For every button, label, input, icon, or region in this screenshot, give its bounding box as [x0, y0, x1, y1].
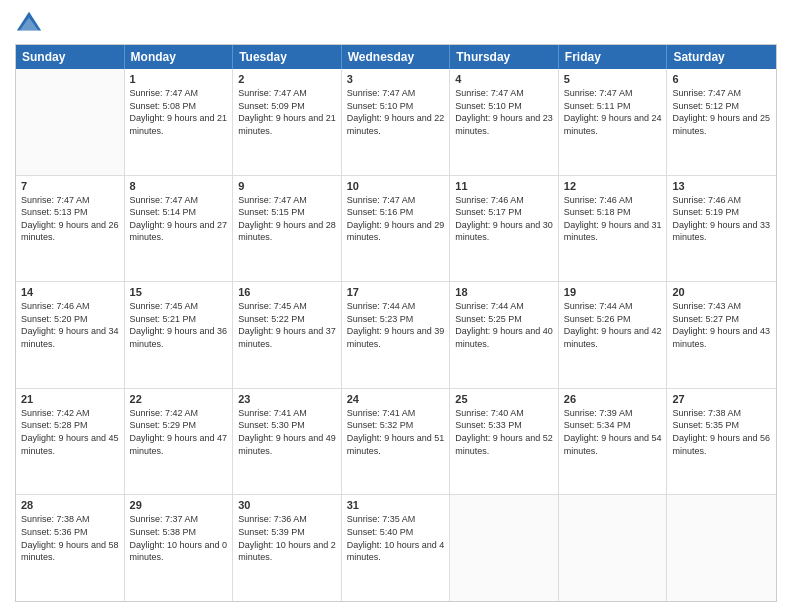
calendar-week: 1Sunrise: 7:47 AMSunset: 5:08 PMDaylight…: [16, 69, 776, 176]
calendar-week: 7Sunrise: 7:47 AMSunset: 5:13 PMDaylight…: [16, 176, 776, 283]
day-info: Sunrise: 7:47 AMSunset: 5:12 PMDaylight:…: [672, 87, 771, 137]
calendar-cell: 4Sunrise: 7:47 AMSunset: 5:10 PMDaylight…: [450, 69, 559, 175]
calendar-cell: 16Sunrise: 7:45 AMSunset: 5:22 PMDayligh…: [233, 282, 342, 388]
day-number: 7: [21, 180, 119, 192]
day-number: 20: [672, 286, 771, 298]
day-number: 29: [130, 499, 228, 511]
day-info: Sunrise: 7:47 AMSunset: 5:09 PMDaylight:…: [238, 87, 336, 137]
day-info: Sunrise: 7:36 AMSunset: 5:39 PMDaylight:…: [238, 513, 336, 563]
calendar-cell: 18Sunrise: 7:44 AMSunset: 5:25 PMDayligh…: [450, 282, 559, 388]
day-info: Sunrise: 7:47 AMSunset: 5:13 PMDaylight:…: [21, 194, 119, 244]
calendar-cell: 12Sunrise: 7:46 AMSunset: 5:18 PMDayligh…: [559, 176, 668, 282]
calendar-cell: 21Sunrise: 7:42 AMSunset: 5:28 PMDayligh…: [16, 389, 125, 495]
day-info: Sunrise: 7:44 AMSunset: 5:26 PMDaylight:…: [564, 300, 662, 350]
calendar-cell: 24Sunrise: 7:41 AMSunset: 5:32 PMDayligh…: [342, 389, 451, 495]
day-number: 31: [347, 499, 445, 511]
day-number: 2: [238, 73, 336, 85]
day-number: 15: [130, 286, 228, 298]
calendar-week: 21Sunrise: 7:42 AMSunset: 5:28 PMDayligh…: [16, 389, 776, 496]
calendar-header-cell: Saturday: [667, 45, 776, 69]
day-info: Sunrise: 7:45 AMSunset: 5:22 PMDaylight:…: [238, 300, 336, 350]
day-number: 21: [21, 393, 119, 405]
day-info: Sunrise: 7:42 AMSunset: 5:28 PMDaylight:…: [21, 407, 119, 457]
logo-icon: [15, 10, 43, 38]
calendar-cell: [450, 495, 559, 601]
day-info: Sunrise: 7:44 AMSunset: 5:25 PMDaylight:…: [455, 300, 553, 350]
calendar-header-row: SundayMondayTuesdayWednesdayThursdayFrid…: [16, 45, 776, 69]
day-info: Sunrise: 7:47 AMSunset: 5:16 PMDaylight:…: [347, 194, 445, 244]
day-number: 12: [564, 180, 662, 192]
day-info: Sunrise: 7:46 AMSunset: 5:17 PMDaylight:…: [455, 194, 553, 244]
day-info: Sunrise: 7:42 AMSunset: 5:29 PMDaylight:…: [130, 407, 228, 457]
day-info: Sunrise: 7:35 AMSunset: 5:40 PMDaylight:…: [347, 513, 445, 563]
day-info: Sunrise: 7:47 AMSunset: 5:08 PMDaylight:…: [130, 87, 228, 137]
day-number: 9: [238, 180, 336, 192]
calendar-cell: 13Sunrise: 7:46 AMSunset: 5:19 PMDayligh…: [667, 176, 776, 282]
day-number: 22: [130, 393, 228, 405]
day-info: Sunrise: 7:41 AMSunset: 5:32 PMDaylight:…: [347, 407, 445, 457]
calendar-cell: [667, 495, 776, 601]
calendar-cell: 23Sunrise: 7:41 AMSunset: 5:30 PMDayligh…: [233, 389, 342, 495]
calendar-header-cell: Friday: [559, 45, 668, 69]
logo: [15, 10, 47, 38]
calendar-cell: 10Sunrise: 7:47 AMSunset: 5:16 PMDayligh…: [342, 176, 451, 282]
day-number: 28: [21, 499, 119, 511]
calendar-cell: 28Sunrise: 7:38 AMSunset: 5:36 PMDayligh…: [16, 495, 125, 601]
calendar-cell: 9Sunrise: 7:47 AMSunset: 5:15 PMDaylight…: [233, 176, 342, 282]
day-number: 14: [21, 286, 119, 298]
day-info: Sunrise: 7:47 AMSunset: 5:10 PMDaylight:…: [455, 87, 553, 137]
calendar-cell: 1Sunrise: 7:47 AMSunset: 5:08 PMDaylight…: [125, 69, 234, 175]
day-number: 30: [238, 499, 336, 511]
calendar-body: 1Sunrise: 7:47 AMSunset: 5:08 PMDaylight…: [16, 69, 776, 601]
day-info: Sunrise: 7:46 AMSunset: 5:18 PMDaylight:…: [564, 194, 662, 244]
day-number: 13: [672, 180, 771, 192]
day-number: 6: [672, 73, 771, 85]
calendar-cell: 26Sunrise: 7:39 AMSunset: 5:34 PMDayligh…: [559, 389, 668, 495]
calendar-cell: 15Sunrise: 7:45 AMSunset: 5:21 PMDayligh…: [125, 282, 234, 388]
day-info: Sunrise: 7:39 AMSunset: 5:34 PMDaylight:…: [564, 407, 662, 457]
calendar: SundayMondayTuesdayWednesdayThursdayFrid…: [15, 44, 777, 602]
calendar-week: 28Sunrise: 7:38 AMSunset: 5:36 PMDayligh…: [16, 495, 776, 601]
day-number: 26: [564, 393, 662, 405]
calendar-cell: 29Sunrise: 7:37 AMSunset: 5:38 PMDayligh…: [125, 495, 234, 601]
day-number: 18: [455, 286, 553, 298]
calendar-cell: 3Sunrise: 7:47 AMSunset: 5:10 PMDaylight…: [342, 69, 451, 175]
calendar-cell: 11Sunrise: 7:46 AMSunset: 5:17 PMDayligh…: [450, 176, 559, 282]
day-info: Sunrise: 7:38 AMSunset: 5:35 PMDaylight:…: [672, 407, 771, 457]
day-info: Sunrise: 7:46 AMSunset: 5:20 PMDaylight:…: [21, 300, 119, 350]
page: SundayMondayTuesdayWednesdayThursdayFrid…: [0, 0, 792, 612]
calendar-cell: 8Sunrise: 7:47 AMSunset: 5:14 PMDaylight…: [125, 176, 234, 282]
day-number: 27: [672, 393, 771, 405]
day-info: Sunrise: 7:47 AMSunset: 5:14 PMDaylight:…: [130, 194, 228, 244]
day-number: 16: [238, 286, 336, 298]
day-info: Sunrise: 7:40 AMSunset: 5:33 PMDaylight:…: [455, 407, 553, 457]
calendar-cell: 7Sunrise: 7:47 AMSunset: 5:13 PMDaylight…: [16, 176, 125, 282]
calendar-header-cell: Thursday: [450, 45, 559, 69]
day-info: Sunrise: 7:37 AMSunset: 5:38 PMDaylight:…: [130, 513, 228, 563]
day-info: Sunrise: 7:38 AMSunset: 5:36 PMDaylight:…: [21, 513, 119, 563]
day-number: 5: [564, 73, 662, 85]
day-info: Sunrise: 7:47 AMSunset: 5:15 PMDaylight:…: [238, 194, 336, 244]
day-info: Sunrise: 7:43 AMSunset: 5:27 PMDaylight:…: [672, 300, 771, 350]
day-number: 24: [347, 393, 445, 405]
calendar-cell: 31Sunrise: 7:35 AMSunset: 5:40 PMDayligh…: [342, 495, 451, 601]
day-number: 11: [455, 180, 553, 192]
calendar-cell: 25Sunrise: 7:40 AMSunset: 5:33 PMDayligh…: [450, 389, 559, 495]
calendar-cell: 27Sunrise: 7:38 AMSunset: 5:35 PMDayligh…: [667, 389, 776, 495]
calendar-cell: [16, 69, 125, 175]
calendar-cell: 22Sunrise: 7:42 AMSunset: 5:29 PMDayligh…: [125, 389, 234, 495]
day-info: Sunrise: 7:47 AMSunset: 5:11 PMDaylight:…: [564, 87, 662, 137]
day-info: Sunrise: 7:46 AMSunset: 5:19 PMDaylight:…: [672, 194, 771, 244]
day-number: 1: [130, 73, 228, 85]
day-number: 8: [130, 180, 228, 192]
day-number: 23: [238, 393, 336, 405]
day-number: 4: [455, 73, 553, 85]
day-number: 25: [455, 393, 553, 405]
calendar-cell: [559, 495, 668, 601]
calendar-header-cell: Monday: [125, 45, 234, 69]
calendar-cell: 14Sunrise: 7:46 AMSunset: 5:20 PMDayligh…: [16, 282, 125, 388]
day-number: 10: [347, 180, 445, 192]
day-info: Sunrise: 7:45 AMSunset: 5:21 PMDaylight:…: [130, 300, 228, 350]
calendar-cell: 6Sunrise: 7:47 AMSunset: 5:12 PMDaylight…: [667, 69, 776, 175]
day-number: 19: [564, 286, 662, 298]
